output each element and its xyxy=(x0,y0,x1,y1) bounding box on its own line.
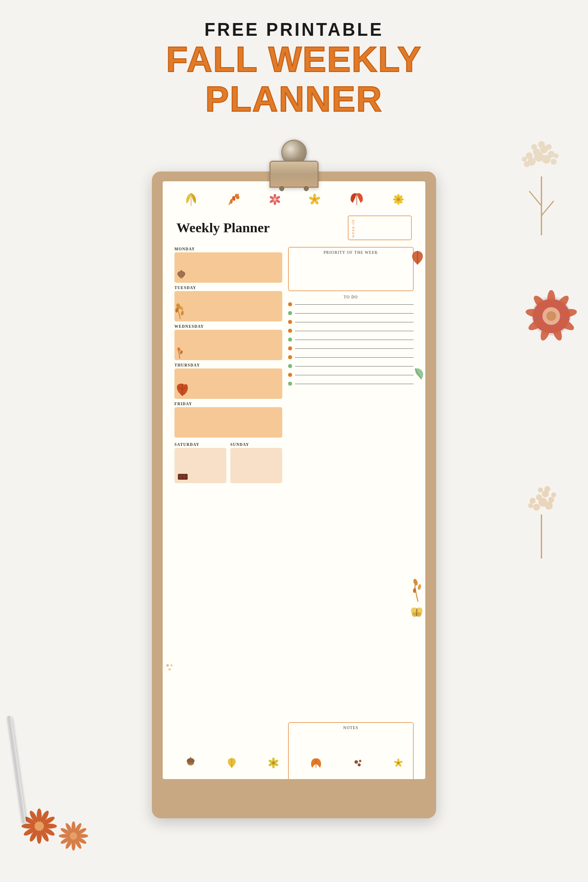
sunday-label: SUNDAY xyxy=(230,442,282,447)
wednesday-label: WEDNESDAY xyxy=(174,324,282,329)
dots-decoration-icon xyxy=(166,663,175,671)
svg-point-110 xyxy=(187,762,194,764)
todo-dot-2 xyxy=(288,311,292,315)
branch-orange xyxy=(226,193,241,206)
todo-dot-10 xyxy=(288,382,292,386)
dried-flower-bottom-right xyxy=(512,480,571,561)
acorn-bottom-icon xyxy=(185,757,196,769)
priority-section[interactable]: PRIORITY OF THE WEEK xyxy=(288,247,414,291)
flower-small-bottom-icon xyxy=(394,759,403,767)
svg-point-8 xyxy=(526,152,533,159)
todo-dot-5 xyxy=(288,338,292,342)
todo-dot-8 xyxy=(288,364,292,368)
tuesday-label: TUESDAY xyxy=(174,286,282,290)
header-subtitle: FREE PRINTABLE xyxy=(166,20,422,40)
svg-point-39 xyxy=(544,486,550,492)
leaf-fall-icon xyxy=(175,382,189,397)
svg-point-54 xyxy=(35,822,44,831)
svg-point-130 xyxy=(413,578,418,586)
sunday-box[interactable] xyxy=(230,448,282,483)
saturday-box[interactable] xyxy=(174,448,226,483)
right-column: PRIORITY OF THE WEEK TO DO xyxy=(288,247,414,779)
wednesday-section: WEDNESDAY xyxy=(174,324,282,360)
svg-point-41 xyxy=(528,503,533,508)
todo-item-4[interactable] xyxy=(288,329,414,333)
svg-point-40 xyxy=(551,492,556,497)
todo-line-2 xyxy=(295,313,414,314)
friday-label: FRIDAY xyxy=(174,402,282,406)
todo-line-10 xyxy=(295,384,414,384)
thursday-box[interactable] xyxy=(174,368,282,399)
leaf-right-1-icon xyxy=(411,250,424,266)
todo-line-7 xyxy=(295,357,414,358)
svg-point-16 xyxy=(522,157,527,162)
todo-item-3[interactable] xyxy=(288,320,414,324)
todo-dot-4 xyxy=(288,329,292,333)
todo-line-3 xyxy=(295,322,414,322)
leaf-yellow-bottom-icon xyxy=(226,757,237,769)
svg-point-29 xyxy=(546,311,556,321)
planner-body: MONDAY TUESDAY xyxy=(174,247,414,779)
svg-point-139 xyxy=(171,664,172,666)
leaf-right-2-icon xyxy=(413,368,424,381)
flowers-bottom-left xyxy=(15,767,113,867)
acorn-icon xyxy=(176,270,186,281)
todo-section: TO DO xyxy=(288,295,414,718)
flower-yellow-2 xyxy=(393,194,404,205)
todo-dot-7 xyxy=(288,355,292,359)
friday-box[interactable] xyxy=(174,407,282,438)
monday-box[interactable] xyxy=(174,252,282,283)
svg-point-121 xyxy=(355,760,358,764)
header-title-line1: FALL WEEKLY xyxy=(166,40,422,79)
monday-label: MONDAY xyxy=(174,247,282,251)
page-header: FREE PRINTABLE FALL WEEKLY PLANNER xyxy=(166,20,422,119)
svg-point-67 xyxy=(70,833,77,839)
svg-point-12 xyxy=(546,144,552,150)
tuesday-section: TUESDAY xyxy=(174,286,282,321)
paper-bottom-decorations xyxy=(163,751,425,775)
paper-header: Weekly Planner WEEK OF xyxy=(174,216,414,240)
svg-point-31 xyxy=(533,504,540,511)
svg-point-14 xyxy=(551,159,557,165)
monday-section: MONDAY xyxy=(174,247,282,283)
planner-paper: Weekly Planner WEEK OF MONDAY xyxy=(163,181,425,779)
friday-section: FRIDAY xyxy=(174,402,282,438)
sunday-section: SUNDAY xyxy=(230,442,282,483)
todo-dot-6 xyxy=(288,346,292,350)
svg-point-13 xyxy=(524,161,530,167)
todo-line-1 xyxy=(295,304,414,305)
todo-item-9[interactable] xyxy=(288,373,414,377)
leaf-orange-bottom-icon xyxy=(309,757,323,769)
week-of-label: WEEK OF xyxy=(350,216,357,240)
leaf-yellow-1 xyxy=(184,192,198,207)
svg-point-15 xyxy=(554,153,559,158)
butterfly-icon xyxy=(411,608,423,617)
wednesday-box[interactable] xyxy=(174,330,282,360)
todo-item-8[interactable] xyxy=(288,364,414,368)
svg-point-129 xyxy=(397,762,399,764)
clipboard-clip xyxy=(267,142,321,201)
todo-item-2[interactable] xyxy=(288,311,414,315)
leaf-red xyxy=(349,192,365,207)
svg-point-75 xyxy=(274,200,276,205)
svg-rect-105 xyxy=(178,474,188,480)
svg-line-2 xyxy=(541,201,554,216)
todo-label: TO DO xyxy=(288,295,414,299)
todo-item-5[interactable] xyxy=(288,338,414,342)
clipboard: Weekly Planner WEEK OF MONDAY xyxy=(152,142,436,818)
paper-title: Weekly Planner xyxy=(176,220,270,236)
todo-item-6[interactable] xyxy=(288,346,414,350)
svg-point-122 xyxy=(359,760,362,762)
todo-dot-1 xyxy=(288,302,292,306)
todo-item-10[interactable] xyxy=(288,382,414,386)
tuesday-box[interactable] xyxy=(174,291,282,321)
todo-line-6 xyxy=(295,348,414,349)
todo-item-7[interactable] xyxy=(288,355,414,359)
svg-point-37 xyxy=(548,497,554,503)
svg-point-94 xyxy=(397,198,400,201)
branch-small-icon xyxy=(175,346,184,359)
todo-line-4 xyxy=(295,331,414,331)
todo-item-1[interactable] xyxy=(288,302,414,306)
week-of-box[interactable]: WEEK OF xyxy=(348,216,412,240)
todo-dot-9 xyxy=(288,373,292,377)
